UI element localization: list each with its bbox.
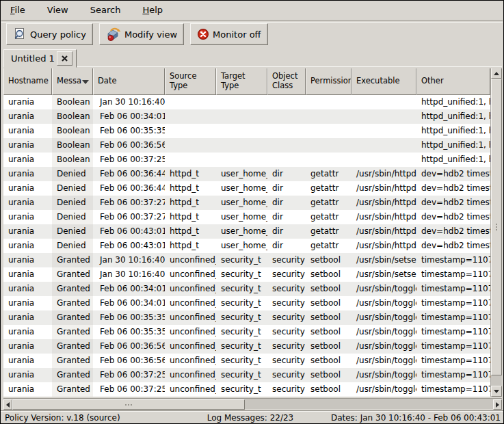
table-row[interactable]: uraniaGrantedFeb 06 00:36:56unconfined_s… (3, 354, 490, 368)
table-cell: Granted (52, 296, 93, 310)
table-cell: httpd_t (165, 167, 216, 181)
table-row[interactable]: uraniaGrantedFeb 06 00:34:01unconfined_s… (3, 296, 490, 310)
table-cell: timestamp=11071 (416, 267, 490, 282)
table-cell: dir (267, 196, 306, 210)
table-cell: security (267, 253, 306, 267)
menu-search[interactable]: Search (88, 3, 124, 17)
column-header-source-type[interactable]: Source Type (165, 68, 216, 95)
status-bar: Policy Version: v.18 (source) Log Messag… (1, 410, 503, 424)
table-cell: setbool (306, 382, 352, 397)
table-row[interactable]: uraniaDeniedFeb 06 00:36:44httpd_tuser_h… (3, 181, 490, 196)
table-cell: security (267, 325, 306, 339)
table-cell: urania (3, 239, 52, 253)
table-cell: security_t (216, 339, 267, 354)
column-label: Date (98, 77, 117, 86)
table-cell: user_home_ (216, 181, 267, 196)
scroll-right-button[interactable] (493, 399, 502, 410)
table-cell: urania (3, 339, 52, 354)
table-cell: security (267, 354, 306, 368)
table-row[interactable]: uraniaGrantedFeb 06 00:34:01unconfined_s… (3, 282, 490, 296)
menu-file[interactable]: File (8, 3, 28, 17)
horizontal-scrollbar[interactable] (3, 398, 502, 409)
table-cell: Feb 06 00:43:01 (93, 224, 165, 239)
table-cell: httpd_unified:1, h (416, 153, 490, 167)
table-cell: getattr (306, 167, 352, 181)
vertical-scrollbar[interactable] (490, 68, 502, 397)
tab-untitled-1[interactable]: Untitled 1 (3, 49, 77, 68)
menubar-separator (1, 20, 503, 23)
table-row[interactable]: uraniaBooleanFeb 06 00:34:01httpd_unifie… (3, 109, 490, 124)
table-row[interactable]: uraniaGrantedJan 30 10:16:40unconfined_s… (3, 267, 490, 282)
table-row[interactable]: uraniaDeniedFeb 06 00:37:27httpd_tuser_h… (3, 210, 490, 224)
tab-close-button[interactable] (57, 51, 72, 66)
table-row[interactable]: uraniaGrantedFeb 06 00:37:25unconfined_s… (3, 368, 490, 382)
scroll-left-button[interactable] (3, 399, 12, 410)
column-header-target-type[interactable]: Target Type (216, 68, 267, 95)
table-cell: urania (3, 296, 52, 310)
modify-view-label: Modify view (124, 29, 177, 40)
table-cell: security_t (216, 253, 267, 267)
menu-view[interactable]: View (44, 3, 71, 17)
column-header-permission[interactable]: Permission (306, 68, 352, 95)
modify-view-button[interactable]: Modify view (99, 23, 184, 45)
table-cell: httpd_unified:1, h (416, 95, 490, 109)
table-row[interactable]: uraniaDeniedFeb 06 00:36:44httpd_tuser_h… (3, 167, 490, 181)
table-cell: Feb 06 00:34:01 (93, 109, 165, 124)
column-label: Object Class (272, 72, 297, 91)
table-row[interactable]: uraniaBooleanFeb 06 00:35:35httpd_unifie… (3, 124, 490, 138)
policy-version-status: Policy Version: v.18 (source) (5, 413, 120, 423)
column-header-date[interactable]: Date (93, 68, 165, 95)
table-cell: /usr/sbin/toggle (352, 325, 416, 339)
table-cell: Denied (52, 239, 93, 253)
column-header-hostname[interactable]: Hostname (3, 68, 52, 95)
table-cell: httpd_unified:1, h (416, 124, 490, 138)
query-policy-icon (13, 27, 27, 41)
column-header-executable[interactable]: Executable (352, 68, 416, 95)
table-row[interactable]: uraniaGrantedFeb 06 00:36:56unconfined_s… (3, 339, 490, 354)
table-body: uraniaBooleanJan 30 10:16:40httpd_unifie… (3, 95, 490, 397)
column-header-other[interactable]: Other (416, 68, 490, 95)
table-cell (165, 95, 216, 109)
menu-help[interactable]: Help (140, 3, 165, 17)
table-cell (306, 124, 352, 138)
scroll-down-button[interactable] (491, 386, 502, 397)
table-cell (306, 95, 352, 109)
table-cell: httpd_unified:1, h (416, 109, 490, 124)
table-row[interactable]: uraniaGrantedJan 30 10:16:40unconfined_s… (3, 253, 490, 267)
table-cell: unconfined_ (165, 253, 216, 267)
table-row[interactable]: uraniaBooleanJan 30 10:16:40httpd_unifie… (3, 95, 490, 109)
table-cell: user_home_ (216, 239, 267, 253)
table-cell: urania (3, 181, 52, 196)
tab-label: Untitled 1 (11, 53, 55, 64)
table-row[interactable]: uraniaBooleanFeb 06 00:36:56httpd_unifie… (3, 138, 490, 153)
table-cell (306, 153, 352, 167)
table-cell: dev=hdb2 timesta (416, 224, 490, 239)
scroll-up-button[interactable] (491, 68, 502, 79)
column-header-object-class[interactable]: Object Class (267, 68, 306, 95)
table-cell: security_t (216, 354, 267, 368)
table-cell: Denied (52, 167, 93, 181)
table-cell: security (267, 310, 306, 325)
table-row[interactable]: uraniaDeniedFeb 06 00:43:01httpd_tuser_h… (3, 239, 490, 253)
column-header-messa[interactable]: Messa (52, 68, 93, 95)
horizontal-scroll-thumb[interactable] (12, 399, 245, 410)
table-cell: urania (3, 253, 52, 267)
table-row[interactable]: uraniaDeniedFeb 06 00:43:01httpd_tuser_h… (3, 224, 490, 239)
table-cell: /usr/sbin/toggle (352, 382, 416, 397)
table-cell: Boolean (52, 95, 93, 109)
vertical-scroll-thumb[interactable] (491, 79, 502, 375)
monitor-off-button[interactable]: Monitor off (190, 23, 267, 45)
table-cell: httpd_t (165, 239, 216, 253)
table-cell: urania (3, 368, 52, 382)
query-policy-button[interactable]: Query policy (6, 23, 93, 45)
table-row[interactable]: uraniaBooleanFeb 06 00:37:25httpd_unifie… (3, 153, 490, 167)
table-row[interactable]: uraniaDeniedFeb 06 00:37:27httpd_tuser_h… (3, 196, 490, 210)
table-cell: getattr (306, 224, 352, 239)
table-cell: timestamp=11076 (416, 339, 490, 354)
table-cell: Feb 06 00:34:01 (93, 296, 165, 310)
table-row[interactable]: uraniaGrantedFeb 06 00:37:25unconfined_s… (3, 382, 490, 397)
table-row[interactable]: uraniaGrantedFeb 06 00:35:35unconfined_s… (3, 325, 490, 339)
table-cell: unconfined_ (165, 296, 216, 310)
table-row[interactable]: uraniaGrantedFeb 06 00:35:35unconfined_s… (3, 310, 490, 325)
table-cell: unconfined_ (165, 310, 216, 325)
